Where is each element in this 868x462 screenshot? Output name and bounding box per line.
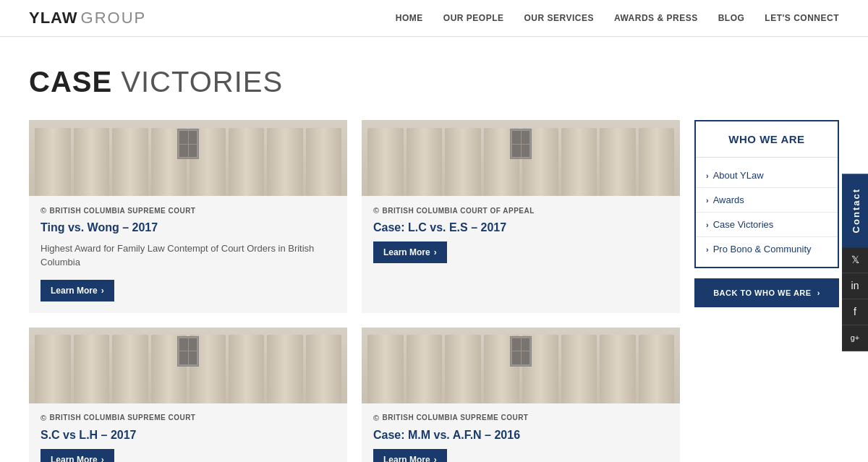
case-description: Highest Award for Family Law Contempt of… <box>41 241 336 270</box>
nav-item-blog[interactable]: BLOG <box>718 13 745 23</box>
back-to-who-we-are-button[interactable]: BACK TO WHO WE ARE › <box>694 278 839 307</box>
page-title-light: VICTORIES <box>121 66 283 98</box>
nav-item-home[interactable]: HOME <box>396 13 423 23</box>
facebook-icon[interactable]: f <box>842 299 868 325</box>
header: YLAW GROUP HOMEOUR PEOPLEOUR SERVICESAWA… <box>0 0 868 37</box>
case-image <box>362 328 680 403</box>
google-plus-icon[interactable]: g+ <box>842 325 868 351</box>
back-button-label: BACK TO WHO WE ARE <box>713 288 812 297</box>
learn-more-button[interactable]: Learn More › <box>373 241 447 263</box>
content-layout: ©BRITISH COLUMBIA SUPREME COURTTing vs. … <box>29 120 839 462</box>
who-we-are-title: WHO WE ARE <box>696 121 838 158</box>
learn-more-button[interactable]: Learn More › <box>41 280 114 301</box>
case-image <box>29 120 347 196</box>
main-nav: HOMEOUR PEOPLEOUR SERVICESAWARDS & PRESS… <box>396 13 839 23</box>
chevron-right-icon: › <box>706 245 709 254</box>
learn-more-button[interactable]: Learn More › <box>373 449 447 462</box>
nav-item-lets-connect[interactable]: LET'S CONNECT <box>765 13 839 23</box>
sidebar: WHO WE ARE ›About YLaw›Awards›Case Victo… <box>694 120 839 462</box>
twitter-icon[interactable]: 𝕏 <box>842 247 868 273</box>
case-title: S.C vs L.H – 2017 <box>41 428 336 443</box>
case-title: Case: L.C vs. E.S – 2017 <box>373 221 668 236</box>
sidebar-link-about-ylaw[interactable]: ›About YLaw <box>696 163 838 188</box>
learn-more-button[interactable]: Learn More › <box>41 449 114 462</box>
case-court: ©BRITISH COLUMBIA COURT OF APPEAL <box>373 206 668 215</box>
case-court: ©BRITISH COLUMBIA SUPREME COURT <box>41 414 336 422</box>
chevron-right-icon: › <box>706 171 709 180</box>
linkedin-icon[interactable]: in <box>842 273 868 299</box>
nav-item-awards-press[interactable]: AWARDS & PRESS <box>614 13 698 23</box>
case-court: ©BRITISH COLUMBIA SUPREME COURT <box>373 414 668 422</box>
chevron-right-icon: › <box>706 196 709 205</box>
sidebar-link-pro-bono[interactable]: ›Pro Bono & Community <box>696 237 838 261</box>
logo-ylaw: YLAW <box>29 9 78 27</box>
social-icons: 𝕏infg+ <box>842 247 868 351</box>
case-image <box>29 328 347 403</box>
sidebar-link-case-victories[interactable]: ›Case Victories <box>696 213 838 237</box>
case-card: ©BRITISH COLUMBIA SUPREME COURTCase: M.M… <box>362 328 680 462</box>
case-card: ©BRITISH COLUMBIA SUPREME COURTS.C vs L.… <box>29 328 347 462</box>
page-title: CASE VICTORIES <box>29 66 839 98</box>
contact-tab[interactable]: Contact <box>842 174 868 247</box>
nav-item-our-people[interactable]: OUR PEOPLE <box>443 13 504 23</box>
sidebar-link-awards[interactable]: ›Awards <box>696 188 838 213</box>
nav-item-our-services[interactable]: OUR SERVICES <box>524 13 593 23</box>
case-title: Case: M.M vs. A.F.N – 2016 <box>373 428 668 443</box>
main-content: CASE VICTORIES ©BRITISH COLUMBIA SUPREME… <box>0 37 868 462</box>
cases-grid: ©BRITISH COLUMBIA SUPREME COURTTing vs. … <box>29 120 680 462</box>
page-title-bold: CASE <box>29 66 112 98</box>
who-we-are-box: WHO WE ARE ›About YLaw›Awards›Case Victo… <box>694 120 839 268</box>
contact-bar: Contact 𝕏infg+ <box>842 174 868 351</box>
case-title: Ting vs. Wong – 2017 <box>41 221 336 236</box>
case-court: ©BRITISH COLUMBIA SUPREME COURT <box>41 206 336 215</box>
chevron-right-icon: › <box>706 221 709 229</box>
logo: YLAW GROUP <box>29 9 146 27</box>
who-we-are-links: ›About YLaw›Awards›Case Victories›Pro Bo… <box>696 158 838 267</box>
chevron-right-icon: › <box>817 288 820 297</box>
case-image <box>362 120 680 196</box>
logo-group: GROUP <box>81 9 147 27</box>
case-card: ©BRITISH COLUMBIA COURT OF APPEALCase: L… <box>362 120 680 313</box>
case-card: ©BRITISH COLUMBIA SUPREME COURTTing vs. … <box>29 120 347 313</box>
